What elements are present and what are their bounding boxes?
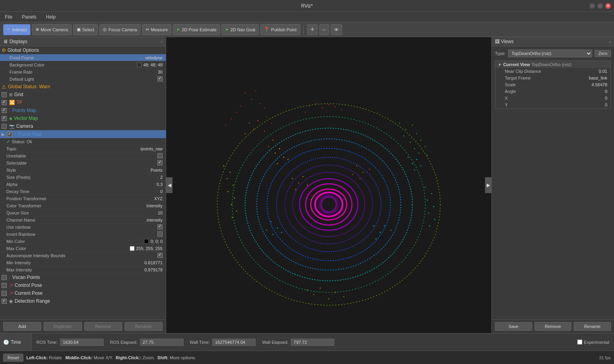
add-button[interactable]: Add (3, 322, 41, 331)
detection-range-checkbox[interactable] (2, 299, 7, 304)
selectable-checkbox[interactable] (157, 160, 163, 165)
vscan-points-item[interactable]: ⁚ Vscan Points (0, 273, 166, 281)
global-status-label: Global Status: Warn (8, 84, 163, 89)
views-type-select[interactable]: TopDownOrtho (rviz) (508, 49, 592, 57)
fixed-frame-row[interactable]: Fixed Frame velodyne (0, 54, 166, 61)
experimental-checkbox[interactable] (577, 339, 582, 345)
use-rainbow-checkbox[interactable] (157, 224, 163, 229)
viewport[interactable]: ◀ (166, 37, 491, 333)
wall-elapsed-input[interactable] (291, 339, 334, 346)
grid-checkbox[interactable] (2, 92, 7, 97)
unreliable-row[interactable]: Unreliable (0, 152, 166, 159)
menu-file[interactable]: File (3, 13, 14, 21)
nav-goal-button[interactable]: ➤ 2D Nav Goal (222, 24, 259, 35)
experimental-label[interactable]: Experimental (584, 340, 609, 345)
target-frame-row[interactable]: Target Frame base_link (495, 75, 610, 82)
select-button[interactable]: ▣ Select (73, 24, 98, 35)
ros-elapsed-input[interactable] (140, 339, 184, 346)
wall-time-input[interactable] (212, 339, 256, 346)
ros-time-input[interactable] (60, 339, 104, 346)
camera-item[interactable]: 📷 Camera (0, 122, 166, 130)
channel-name-row[interactable]: Channel Name intensity (0, 216, 166, 224)
x-row[interactable]: X 0 (495, 95, 610, 102)
global-options-item[interactable]: ⚙ Global Options (0, 46, 166, 54)
maximize-button[interactable]: □ (597, 3, 603, 9)
point-cloud-view[interactable] (166, 37, 491, 333)
size-pixels-row[interactable]: Size (Pixels) 2 (0, 174, 166, 181)
control-pose-item[interactable]: ↗ Control Pose (0, 281, 166, 289)
points-map-checkbox[interactable] (2, 108, 7, 113)
selectable-row[interactable]: Selectable (0, 159, 166, 167)
close-button[interactable]: ✕ (605, 3, 611, 9)
eye-button[interactable]: 👁 (331, 24, 342, 35)
remove-view-button[interactable]: Remove (534, 322, 572, 331)
invert-rainbow-row[interactable]: Invert Rainbow (0, 231, 166, 238)
unreliable-checkbox[interactable] (157, 153, 163, 158)
current-pose-item[interactable]: ↗ Current Pose (0, 289, 166, 297)
points-raw-checkbox[interactable] (7, 132, 12, 137)
collapse-left-button[interactable]: ◀ (166, 177, 172, 193)
remove-button[interactable]: Remove (84, 322, 122, 331)
remove-view-button[interactable]: ─ (319, 24, 330, 35)
max-intensity-row[interactable]: Max Intensity 0.979179 (0, 266, 166, 273)
views-collapse-button[interactable]: ▫ (609, 39, 611, 44)
menu-panels[interactable]: Panels (20, 13, 38, 21)
current-pose-checkbox[interactable] (2, 291, 7, 296)
min-color-row[interactable]: Min Color 0; 0; 0 (0, 238, 166, 245)
grid-item[interactable]: ⊞ Grid (0, 91, 166, 99)
max-color-row[interactable]: Max Color 255; 255; 255 (0, 245, 166, 252)
add-view-button[interactable]: ✛ (307, 24, 318, 35)
topic-row[interactable]: Topic /points_raw (0, 145, 166, 152)
menu-help[interactable]: Help (44, 13, 57, 21)
autocompute-row[interactable]: Autocompute Intensity Bounds (0, 252, 166, 259)
default-light-checkbox[interactable] (157, 76, 163, 82)
tf-item[interactable]: 🔀 TF (0, 99, 166, 106)
views-zero-button[interactable]: Zero (595, 50, 611, 57)
camera-checkbox[interactable] (2, 124, 7, 129)
style-row[interactable]: Style Points (0, 167, 166, 174)
collapse-right-button[interactable]: ▶ (485, 177, 491, 193)
scale-row[interactable]: Scale 4.56478 (495, 82, 610, 88)
status-ok-row[interactable]: ✓ Status: Ok (0, 138, 166, 145)
current-view-header[interactable]: ▼ Current View TopDownOrtho (rviz) (495, 61, 610, 68)
default-light-row[interactable]: Default Light (0, 76, 166, 83)
decay-time-row[interactable]: Decay Time 0 (0, 188, 166, 195)
angle-row[interactable]: Angle 0 (495, 88, 610, 95)
points-raw-item[interactable]: ▶ ⁚ Points Raw (0, 130, 166, 138)
detection-range-item[interactable]: ◉ Detection Range (0, 297, 166, 305)
near-clip-distance-row[interactable]: Near Clip Distance 0.01 (495, 68, 610, 75)
move-camera-button[interactable]: ⊕ Move Camera (32, 24, 72, 35)
background-color-row[interactable]: Background Color 48; 48; 48 (0, 61, 166, 68)
control-pose-checkbox[interactable] (2, 283, 7, 288)
interact-button[interactable]: ☞ Interact (3, 24, 30, 35)
displays-collapse-button[interactable]: ▫ (161, 39, 163, 44)
ros-time-label: ROS Time: (36, 340, 58, 345)
frame-rate-row[interactable]: Frame Rate 30 (0, 68, 166, 76)
vector-map-item[interactable]: ◈ Vector Map (0, 114, 166, 122)
pose-estimate-button[interactable]: ➤ 2D Pose Estimate (173, 24, 220, 35)
vector-map-checkbox[interactable] (2, 116, 7, 121)
y-row[interactable]: Y 0 (495, 102, 610, 108)
points-raw-expand[interactable]: ▶ (2, 132, 5, 136)
measure-button[interactable]: ⇔ Measure (142, 24, 171, 35)
focus-camera-button[interactable]: ◎ Focus Camera (99, 24, 140, 35)
points-map-item[interactable]: ⁚ Points Map (0, 106, 166, 114)
alpha-row[interactable]: Alpha 0.3 (0, 181, 166, 188)
minimize-button[interactable]: ─ (589, 3, 595, 9)
vscan-points-checkbox[interactable] (2, 275, 7, 280)
rename-button[interactable]: Rename (125, 322, 163, 331)
duplicate-button[interactable]: Duplicate (44, 322, 81, 331)
rename-view-button[interactable]: Rename (574, 322, 611, 331)
queue-size-row[interactable]: Queue Size 10 (0, 209, 166, 216)
autocompute-checkbox[interactable] (157, 253, 163, 258)
position-transformer-row[interactable]: Position Transformer XYZ (0, 195, 166, 202)
use-rainbow-row[interactable]: Use rainbow (0, 224, 166, 231)
color-transformer-row[interactable]: Color Transformer Intensity (0, 202, 166, 209)
reset-button[interactable]: Reset (3, 354, 23, 362)
save-view-button[interactable]: Save (495, 322, 532, 331)
min-intensity-row[interactable]: Min Intensity 0.818771 (0, 259, 166, 266)
global-status-item[interactable]: ⚠ Global Status: Warn (0, 83, 166, 91)
invert-rainbow-checkbox[interactable] (157, 231, 163, 237)
tf-checkbox[interactable] (2, 100, 7, 105)
publish-point-button[interactable]: 📍 Publish Point (260, 24, 300, 35)
